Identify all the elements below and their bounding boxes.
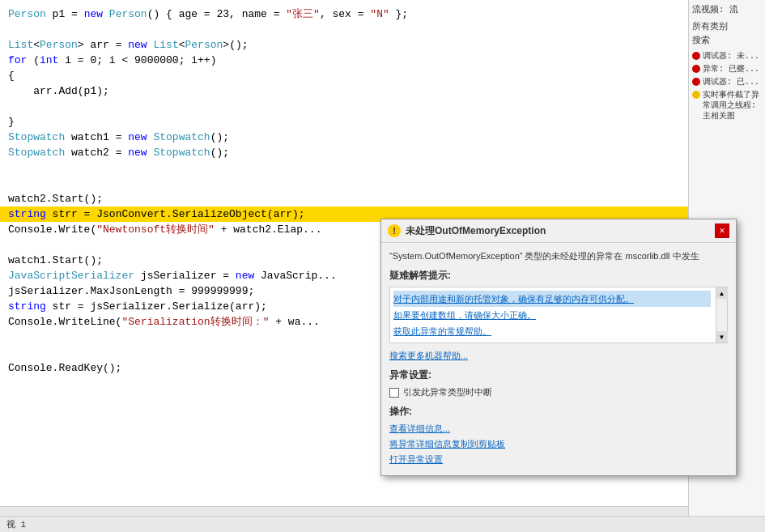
code-line-13: watch2.Start(); [0, 191, 688, 206]
sidebar-item-3: 实时事件截了异常调用之线程: 主相关图 [692, 90, 762, 121]
dialog-suggestions-box: 对于内部用途和新的托管对象，确保有足够的内存可供分配。 如果要创建数组，请确保大… [389, 287, 728, 343]
dialog-suggestion-1[interactable]: 如果要创建数组，请确保大小正确。 [393, 307, 711, 323]
scroll-up-btn[interactable]: ▲ [716, 287, 728, 299]
yellow-icon-3 [692, 91, 700, 99]
dialog-actions-title: 操作: [389, 405, 728, 419]
sidebar-item-1: 异常: 已夒... [692, 64, 762, 74]
dialog-suggestions-title: 疑难解答提示: [389, 269, 728, 283]
code-line-4: for (int i = 0; i < 9000000; i++) [0, 53, 688, 68]
code-line-6: arr.Add(p1); [0, 83, 688, 99]
scroll-down-btn[interactable]: ▼ [716, 331, 728, 343]
warning-icon: ! [388, 224, 401, 237]
dialog-title-left: ! 未处理OutOfMemoryException [388, 224, 546, 238]
code-line-9: Stopwatch watch1 = new Stopwatch(); [0, 130, 688, 145]
sidebar-all-categories: 所有类别 [692, 20, 762, 32]
sidebar-search-label: 搜索 [692, 34, 762, 46]
sidebar-categories-section: 所有类别 搜索 [692, 20, 762, 46]
sidebar-item-2: 调试器: 已... [692, 77, 762, 87]
red-icon-0 [692, 52, 700, 60]
dialog-suggestion-2[interactable]: 获取此异常的常规帮助。 [393, 323, 711, 339]
view-bar: 视 1 [0, 516, 765, 532]
dialog-checkbox[interactable] [389, 388, 399, 398]
code-line-3: List<Person> arr = new List<Person>(); [0, 37, 688, 53]
dialog-titlebar: ! 未处理OutOfMemoryException × [381, 219, 736, 243]
red-icon-1 [692, 65, 700, 73]
sidebar-item-text-2: 调试器: 已... [703, 77, 759, 87]
suggestion-scrollbar[interactable]: ▲ ▼ [716, 287, 727, 343]
dialog-checkbox-label: 引发此异常类型时中断 [403, 386, 492, 398]
dialog-exception-text: “System.OutOfMemoryException” 类型的未经处理的异常… [389, 249, 728, 262]
dialog-action-link-0[interactable]: 查看详细信息... [389, 423, 728, 435]
dialog-action-link-2[interactable]: 打开异常设置 [389, 453, 728, 466]
code-line-1: Person p1 = new Person() { age = 23, nam… [0, 6, 688, 22]
sidebar-item-text-0: 调试器: 未... [703, 51, 759, 62]
sidebar-item-text-3: 实时事件截了异常调用之线程: 主相关图 [703, 90, 762, 121]
dialog-close-button[interactable]: × [715, 223, 729, 238]
red-icon-2 [692, 78, 700, 86]
code-line-12 [0, 176, 688, 191]
exception-dialog: ! 未处理OutOfMemoryException × “System.OutO… [380, 219, 737, 476]
dialog-checkbox-row: 引发此异常类型时中断 [389, 386, 728, 398]
code-line-8: } [0, 114, 688, 130]
dialog-suggestion-0[interactable]: 对于内部用途和新的托管对象，确保有足够的内存可供分配。 [393, 291, 711, 307]
code-line-11 [0, 160, 688, 176]
search-more-link[interactable]: 搜索更多机器帮助... [389, 350, 728, 362]
sidebar-video-section: 流视频: 流 [692, 3, 762, 15]
dialog-title: 未处理OutOfMemoryException [406, 224, 546, 238]
view-status: 视 1 [6, 518, 26, 530]
code-line-5: { [0, 68, 688, 83]
code-line-7 [0, 99, 688, 114]
code-line-10: Stopwatch watch2 = new Stopwatch(); [0, 145, 688, 160]
sidebar-item-text-1: 异常: 已夒... [703, 64, 759, 74]
horizontal-scrollbar[interactable] [0, 506, 688, 516]
sidebar-video-label: 流视频: 流 [692, 3, 762, 15]
code-line-2 [0, 22, 688, 37]
dialog-body: “System.OutOfMemoryException” 类型的未经处理的异常… [381, 243, 736, 475]
dialog-action-link-1[interactable]: 将异常详细信息复制到剪贴板 [389, 438, 728, 450]
sidebar-item-0: 调试器: 未... [692, 51, 762, 62]
dialog-exception-settings-title: 异常设置: [389, 368, 728, 382]
